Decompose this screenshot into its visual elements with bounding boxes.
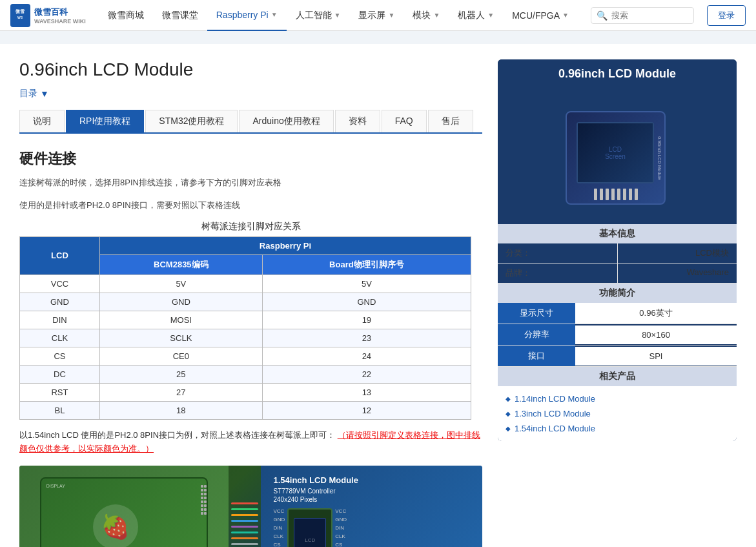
bcm-value-6: 27 <box>99 383 262 401</box>
hardware-desc2: 使用的是排针或者PH2.0 8PIN接口，需要对照以下表格连线 <box>19 198 482 212</box>
tab-aftersale[interactable]: 售后 <box>428 110 473 132</box>
board-value-2: 19 <box>262 311 471 329</box>
tab-faq[interactable]: FAQ <box>382 110 427 132</box>
brand-value: Waveshare <box>618 263 737 283</box>
board-value-6: 13 <box>262 383 471 401</box>
size-label: 显示尺寸 <box>498 303 575 324</box>
module-detail: 240x240 Pixels <box>274 496 318 503</box>
bcm-value-4: CE0 <box>99 347 262 365</box>
diamond-icon-1: ◆ <box>506 410 511 417</box>
spec-row-resolution: 分辨率 80×160 <box>498 324 737 346</box>
module-title: 1.54inch LCD Module <box>274 475 358 485</box>
related-item-label-0: 1.14inch LCD Module <box>515 394 595 404</box>
logo-subtext: WAVESHARE WIKI <box>34 18 86 25</box>
mcu-chevron-icon: ▼ <box>562 12 569 19</box>
board-value-4: 24 <box>262 347 471 365</box>
toc-button[interactable]: 目录 ▼ <box>19 88 49 99</box>
lcd-module-diagram: 1.54inch LCD Module ST7789VM Controller … <box>261 466 483 547</box>
tab-rpi[interactable]: RPI使用教程 <box>66 110 144 132</box>
modules-chevron-icon: ▼ <box>433 12 440 19</box>
display-chevron-icon: ▼ <box>388 12 394 19</box>
tab-resources[interactable]: 资料 <box>335 110 380 132</box>
spec-row-size: 显示尺寸 0.96英寸 <box>498 303 737 324</box>
svg-text:WS: WS <box>17 15 23 19</box>
main-nav: 微雪商城 微雪课堂 Raspberry Pi ▼ 人工智能 ▼ 显示屏 ▼ 模块… <box>99 0 578 31</box>
bcm-value-5: 25 <box>99 365 262 383</box>
bcm-value-1: GND <box>99 293 262 311</box>
spec-row-interface: 接口 SPI <box>498 346 737 367</box>
hardware-section-title: 硬件连接 <box>19 149 482 169</box>
info-row-brand: 品牌： Waveshare <box>498 263 737 284</box>
header: 微雪 WS 微雪百科 WAVESHARE WIKI 微雪商城 微雪课堂 Rasp… <box>0 0 756 31</box>
lcd-pin-3: CLK <box>20 329 100 347</box>
raspberry-pi-board: 🍓 DISPLAY <box>19 466 229 547</box>
lcd-pin-1: GND <box>20 293 100 311</box>
table-row: GND GND GND <box>20 293 471 311</box>
raspberry-chevron-icon: ▼ <box>271 11 278 18</box>
diagram-inner: 🍓 DISPLAY <box>19 466 482 547</box>
diamond-icon-2: ◆ <box>506 425 511 432</box>
tab-bar: 说明 RPI使用教程 STM32使用教程 Arduino使用教程 资料 FAQ … <box>19 110 482 134</box>
rpi-col-header: Raspberry Pi <box>99 236 471 254</box>
nav-item-raspberry[interactable]: Raspberry Pi ▼ <box>207 0 287 31</box>
product-image-area: LCDScreen <box>498 88 737 224</box>
nav-item-course[interactable]: 微雪课堂 <box>153 0 207 31</box>
lcd-pin-0: VCC <box>20 274 100 293</box>
tab-arduino[interactable]: Arduino使用教程 <box>239 110 333 132</box>
related-item-1[interactable]: ◆ 1.3inch LCD Module <box>506 406 729 421</box>
board-sub-header: Board物理引脚序号 <box>262 254 471 274</box>
nav-item-display[interactable]: 显示屏 ▼ <box>349 0 404 31</box>
main-content: 0.96inch LCD Module 目录 ▼ 说明 RPI使用教程 STM3… <box>19 59 482 547</box>
product-card: 0.96inch LCD Module LCDScreen <box>498 59 737 441</box>
hardware-desc1: 连接树莓派的时候，选择用8PIN排线连接，请参考下方的引脚对应表格 <box>19 175 482 190</box>
nav-item-ai[interactable]: 人工智能 ▼ <box>287 0 350 31</box>
logo[interactable]: 微雪 WS 微雪百科 WAVESHARE WIKI <box>10 4 86 27</box>
product-card-title: 0.96inch LCD Module <box>498 59 737 88</box>
toc-chevron-icon: ▼ <box>40 88 49 99</box>
info-section-title: 基本信息 <box>498 224 737 243</box>
interface-value: SPI <box>575 347 737 366</box>
page-wrapper: 0.96inch LCD Module 目录 ▼ 说明 RPI使用教程 STM3… <box>0 31 756 547</box>
resolution-label: 分辨率 <box>498 324 575 345</box>
lcd-pin-2: DIN <box>20 311 100 329</box>
related-item-2[interactable]: ◆ 1.54inch LCD Module <box>506 421 729 436</box>
basic-info-section: 基本信息 分类： LCD模块 品牌： Waveshare <box>498 224 737 284</box>
spec-section-title: 功能简介 <box>498 284 737 303</box>
nav-item-mcu[interactable]: MCU/FPGA ▼ <box>503 0 578 31</box>
tab-description[interactable]: 说明 <box>19 110 65 132</box>
logo-icon: 微雪 WS <box>10 4 30 27</box>
table-row: CS CE0 24 <box>20 347 471 365</box>
nav-item-modules[interactable]: 模块 ▼ <box>404 0 449 31</box>
login-button[interactable]: 登录 <box>707 5 746 26</box>
nav-item-shop[interactable]: 微雪商城 <box>99 0 153 31</box>
related-item-0[interactable]: ◆ 1.14inch LCD Module <box>506 391 729 406</box>
breadcrumb-bar <box>0 31 756 44</box>
table-row: RST 27 13 <box>20 383 471 401</box>
board-value-5: 22 <box>262 365 471 383</box>
spec-section: 功能简介 显示尺寸 0.96英寸 分辨率 80×160 接口 SPI <box>498 284 737 367</box>
ai-chevron-icon: ▼ <box>334 12 341 19</box>
nav-item-robot[interactable]: 机器人 ▼ <box>449 0 503 31</box>
related-list: ◆ 1.14inch LCD Module ◆ 1.3inch LCD Modu… <box>498 386 737 441</box>
page-title: 0.96inch LCD Module <box>19 59 482 80</box>
bcm-sub-header: BCM2835编码 <box>99 254 262 274</box>
diamond-icon-0: ◆ <box>506 395 511 402</box>
table-row: DIN MOSI 19 <box>20 311 471 329</box>
board-value-7: 12 <box>262 401 471 419</box>
table-caption: 树莓派连接引脚对应关系 <box>19 221 482 232</box>
module-subtitle: ST7789VM Controller <box>274 488 336 495</box>
svg-text:微雪: 微雪 <box>15 9 25 14</box>
note-text: 以1.54inch LCD 使用的是PH2.0 8PIN接口为例，对照上述表格连… <box>19 429 482 456</box>
robot-chevron-icon: ▼ <box>487 12 494 19</box>
logo-text: 微雪百科 <box>34 6 86 18</box>
tab-stm32[interactable]: STM32使用教程 <box>145 110 238 132</box>
category-value: LCD模块 <box>618 243 737 263</box>
related-item-label-1: 1.3inch LCD Module <box>515 409 591 418</box>
table-row: VCC 5V 5V <box>20 274 471 293</box>
board-value-3: 23 <box>262 329 471 347</box>
search-input[interactable] <box>611 10 689 20</box>
lcd-pin-5: DC <box>20 365 100 383</box>
connection-table: LCD Raspberry Pi BCM2835编码 Board物理引脚序号 V… <box>19 236 471 420</box>
brand-label: 品牌： <box>498 263 618 283</box>
related-section-title: 相关产品 <box>498 367 737 386</box>
